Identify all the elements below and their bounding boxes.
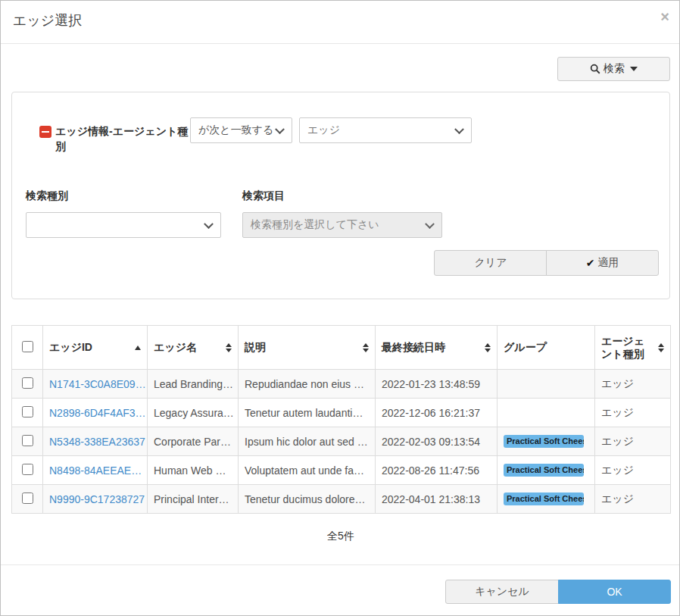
record-count: 全5件 (11, 530, 670, 543)
row-checkbox[interactable] (22, 406, 33, 417)
edge-name-cell: Human Web … (148, 456, 239, 485)
caret-down-icon (630, 67, 638, 71)
dialog-title: エッジ選択 (13, 11, 82, 30)
last-connected-cell: 2022-02-03 09:13:54 (376, 427, 498, 456)
search-item-label: 検索項目 (242, 189, 285, 203)
group-badge: Practical Soft Cheese (504, 464, 584, 477)
sort-icon[interactable] (658, 343, 664, 352)
edge-name-cell: Principal Inter… (148, 485, 239, 514)
edge-id-link[interactable]: N5348-338EA23637 (49, 436, 145, 448)
edge-name-cell: Corporate Par… (148, 427, 239, 456)
edge-name-cell: Lead Branding… (148, 370, 239, 399)
last-connected-cell: 2022-08-26 11:47:56 (376, 456, 498, 485)
sort-asc-icon[interactable] (135, 346, 141, 350)
filter-field-label: エッジ情報-エージェント種別 (55, 124, 189, 154)
description-cell: Voluptatem aut unde fa… (239, 456, 376, 485)
apply-button[interactable]: ✔ 適用 (546, 250, 659, 276)
search-icon (590, 64, 600, 74)
search-type-select[interactable] (26, 212, 221, 238)
remove-condition-icon[interactable] (39, 126, 51, 138)
agent-type-cell: エッジ (595, 456, 671, 485)
row-checkbox[interactable] (22, 464, 33, 475)
table-row: N5348-338EA23637 Corporate Par… Ipsum hi… (12, 427, 671, 456)
description-cell: Repudiandae non eius … (239, 370, 376, 399)
sort-icon[interactable] (485, 343, 491, 352)
table-row: N8498-84AEEAE… Human Web … Voluptatem au… (12, 456, 671, 485)
description-cell: Tenetur autem laudanti… (239, 399, 376, 427)
group-badge: Practical Soft Cheese (504, 435, 584, 448)
footer-divider (1, 564, 679, 565)
edge-name-cell: Legacy Assura… (148, 399, 239, 427)
agent-type-cell: エッジ (595, 399, 671, 427)
edge-id-link[interactable]: N2898-6D4F4AF3… (49, 407, 146, 419)
table-row: N2898-6D4F4AF3… Legacy Assura… Tenetur a… (12, 399, 671, 427)
last-connected-cell: 2022-12-06 16:21:37 (376, 399, 498, 427)
description-cell: Ipsum hic dolor aut sed … (239, 427, 376, 456)
sort-icon[interactable] (226, 343, 232, 352)
row-checkbox[interactable] (22, 492, 33, 504)
group-badge: Practical Soft Cheese (504, 492, 584, 505)
column-header-group: グループ (498, 326, 595, 370)
search-type-label: 検索種別 (26, 189, 68, 203)
edge-id-link[interactable]: N1741-3C0A8E09… (49, 378, 146, 390)
filter-value-select[interactable]: エッジ (299, 117, 472, 143)
sort-icon[interactable] (363, 343, 369, 352)
apply-button-label: 適用 (597, 256, 619, 270)
select-all-checkbox[interactable] (22, 341, 33, 352)
edge-table: エッジID エッジ名 説明 最終接続日時 グループ エージェント種別 N1741… (11, 325, 671, 514)
table-row: N1741-3C0A8E09… Lead Branding… Repudiand… (12, 370, 671, 399)
filter-panel: エッジ情報-エージェント種別 が次と一致する エッジ 検索種別 検索項目 検索種… (11, 92, 670, 299)
cancel-button[interactable]: キャンセル (445, 580, 559, 604)
search-toggle-label: 検索 (604, 62, 625, 76)
table-row: N9990-9C17238727 Principal Inter… Tenetu… (12, 485, 671, 514)
dialog-header: エッジ選択 × (1, 1, 679, 44)
column-header-edge-id[interactable]: エッジID (43, 326, 148, 370)
operator-select[interactable]: が次と一致する (190, 117, 292, 143)
clear-button[interactable]: クリア (434, 250, 547, 276)
description-cell: Tenetur ducimus dolore… (239, 485, 376, 514)
group-cell (498, 399, 595, 427)
search-item-select-value: 検索種別を選択して下さい (251, 218, 379, 232)
edge-id-link[interactable]: N8498-84AEEAE… (49, 464, 142, 477)
agent-type-cell: エッジ (595, 427, 671, 456)
filter-value-select-value: エッジ (307, 124, 340, 137)
column-header-description[interactable]: 説明 (239, 326, 376, 370)
last-connected-cell: 2022-01-23 13:48:59 (376, 370, 498, 399)
group-cell (498, 370, 595, 399)
edge-table-header: エッジID エッジ名 説明 最終接続日時 グループ エージェント種別 (12, 326, 671, 370)
agent-type-cell: エッジ (595, 370, 671, 399)
group-cell: Practical Soft Cheese (498, 456, 595, 485)
group-cell: Practical Soft Cheese (498, 485, 595, 514)
edge-id-link[interactable]: N9990-9C17238727 (49, 493, 145, 505)
column-header-edge-name[interactable]: エッジ名 (148, 326, 239, 370)
edge-select-dialog: エッジ選択 × 検索 エッジ情報-エージェント種別 が次と一致する エッジ 検索… (0, 0, 680, 616)
last-connected-cell: 2022-04-01 21:38:13 (376, 485, 498, 514)
agent-type-cell: エッジ (595, 485, 671, 514)
check-icon: ✔ (586, 257, 595, 269)
operator-select-value: が次と一致する (198, 124, 273, 137)
ok-button[interactable]: OK (558, 580, 671, 604)
column-header-last-connected[interactable]: 最終接続日時 (376, 326, 498, 370)
row-checkbox[interactable] (22, 377, 33, 389)
group-cell: Practical Soft Cheese (498, 427, 595, 456)
close-icon[interactable]: × (660, 9, 669, 24)
column-header-agent-type[interactable]: エージェント種別 (595, 326, 671, 370)
row-checkbox[interactable] (22, 435, 33, 446)
search-toggle-button[interactable]: 検索 (557, 57, 670, 81)
search-item-select: 検索種別を選択して下さい (242, 212, 442, 238)
